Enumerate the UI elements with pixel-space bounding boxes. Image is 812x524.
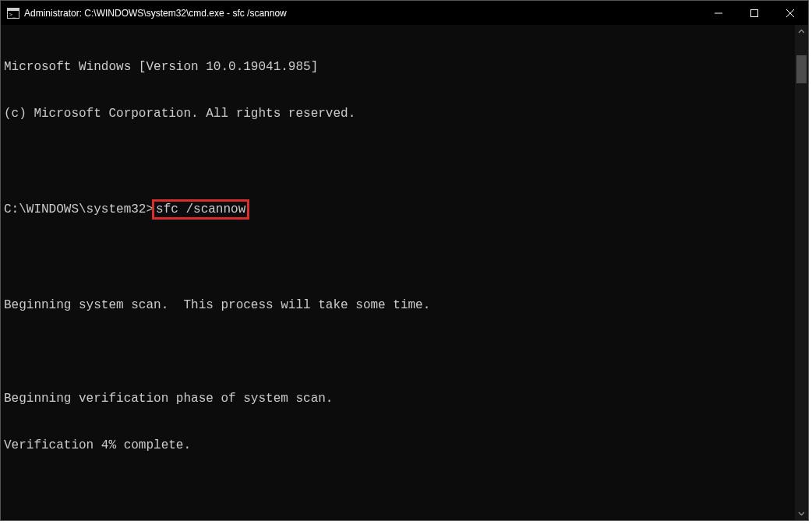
scroll-down-button[interactable] [795, 507, 808, 520]
maximize-button[interactable] [736, 1, 772, 25]
console-line [4, 251, 795, 266]
scroll-up-button[interactable] [795, 25, 808, 38]
console-output[interactable]: Microsoft Windows [Version 10.0.19041.98… [1, 25, 795, 520]
svg-rect-1 [8, 9, 19, 11]
console-line: (c) Microsoft Corporation. All rights re… [4, 106, 795, 121]
minimize-button[interactable] [701, 1, 736, 25]
prompt-prefix: C:\WINDOWS\system32> [4, 202, 154, 216]
console-line: Microsoft Windows [Version 10.0.19041.98… [4, 59, 795, 75]
console-line [4, 153, 795, 168]
close-button[interactable] [772, 1, 808, 25]
console-line [4, 344, 795, 360]
svg-text:>_: >_ [9, 12, 16, 18]
console-prompt-line: C:\WINDOWS\system32>sfc /scannow [4, 199, 795, 220]
svg-rect-4 [751, 9, 758, 16]
highlighted-command: sfc /scannow [152, 199, 249, 220]
vertical-scrollbar[interactable] [795, 25, 808, 520]
titlebar[interactable]: >_ Administrator: C:\WINDOWS\system32\cm… [1, 1, 808, 25]
window-controls [701, 1, 808, 25]
window-body: Microsoft Windows [Version 10.0.19041.98… [1, 25, 808, 520]
scrollbar-thumb[interactable] [796, 55, 807, 83]
window-title: Administrator: C:\WINDOWS\system32\cmd.e… [24, 8, 287, 19]
console-line: Beginning system scan. This process will… [4, 297, 795, 313]
console-line: Verification 4% complete. [4, 438, 795, 453]
cmd-icon: >_ [7, 7, 19, 19]
cmd-window: >_ Administrator: C:\WINDOWS\system32\cm… [0, 0, 809, 521]
console-line: Beginning verification phase of system s… [4, 391, 795, 406]
